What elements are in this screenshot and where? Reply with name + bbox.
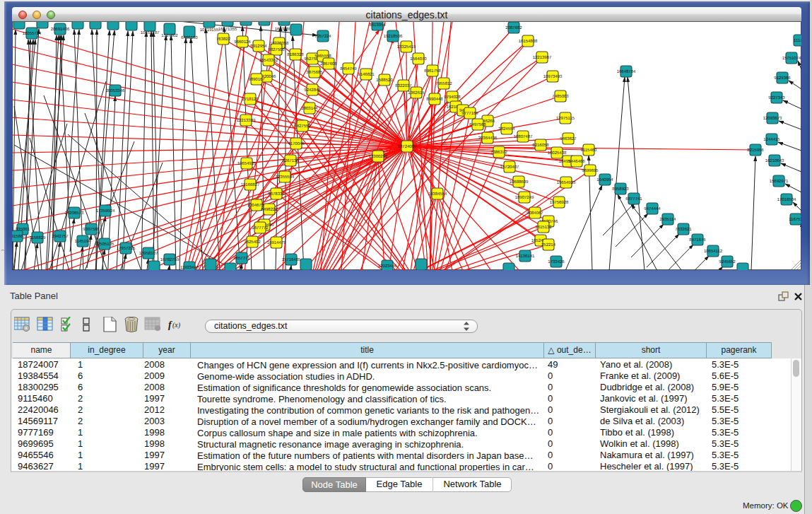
- svg-text:18724007: 18724007: [398, 144, 417, 149]
- svg-text:7625402: 7625402: [244, 240, 261, 245]
- svg-text:9242848: 9242848: [304, 88, 321, 93]
- svg-text:1564070: 1564070: [410, 57, 427, 62]
- svg-text:17016504: 17016504: [777, 197, 796, 202]
- svg-text:8454749: 8454749: [340, 66, 357, 71]
- svg-text:1145194: 1145194: [75, 239, 92, 244]
- svg-text:1156829: 1156829: [30, 235, 47, 240]
- svg-text:9463627: 9463627: [560, 136, 577, 141]
- svg-text:2867608: 2867608: [320, 62, 337, 66]
- svg-text:20206573: 20206573: [65, 211, 84, 216]
- svg-text:8186328: 8186328: [287, 52, 304, 57]
- svg-text:6877741: 6877741: [625, 197, 642, 201]
- svg-text:8322037: 8322037: [395, 83, 412, 88]
- svg-text:9446466: 9446466: [568, 159, 585, 164]
- svg-text:8498222: 8498222: [261, 207, 278, 212]
- svg-text:16154808: 16154808: [519, 39, 538, 44]
- svg-text:16671355: 16671355: [218, 27, 237, 32]
- svg-text:10719155: 10719155: [200, 28, 219, 33]
- svg-text:11923446: 11923446: [180, 265, 199, 270]
- svg-text:16782759: 16782759: [160, 257, 180, 262]
- svg-text:19166827: 19166827: [241, 182, 260, 187]
- svg-text:13325419: 13325419: [397, 45, 416, 49]
- svg-text:20364436: 20364436: [478, 136, 498, 141]
- svg-text:1527602: 1527602: [161, 33, 178, 38]
- svg-text:8427552: 8427552: [294, 124, 311, 129]
- svg-text:1677772: 1677772: [252, 226, 269, 230]
- svg-text:8267130: 8267130: [282, 158, 299, 163]
- svg-text:9657771: 9657771: [233, 256, 250, 261]
- svg-text:7357224: 7357224: [314, 34, 331, 39]
- svg-text:1733426: 1733426: [548, 259, 565, 264]
- svg-text:116753: 116753: [789, 217, 801, 222]
- svg-text:9915667: 9915667: [12, 234, 25, 239]
- svg-text:9115460: 9115460: [581, 148, 598, 153]
- svg-text:19654925: 19654925: [237, 161, 257, 166]
- svg-text:9474444: 9474444: [644, 206, 661, 211]
- svg-text:1244415: 1244415: [763, 137, 780, 142]
- svg-text:9660124: 9660124: [234, 40, 251, 45]
- svg-text:15720407: 15720407: [500, 165, 519, 170]
- svg-text:12093873: 12093873: [763, 116, 782, 121]
- svg-text:2087682: 2087682: [505, 25, 522, 30]
- svg-text:19218506: 19218506: [384, 34, 403, 39]
- svg-text:7955812: 7955812: [435, 81, 452, 86]
- svg-text:12213389: 12213389: [237, 118, 256, 123]
- svg-text:9397588: 9397588: [83, 227, 100, 232]
- svg-text:6961758: 6961758: [424, 69, 441, 74]
- svg-text:10973493: 10973493: [543, 74, 563, 79]
- svg-text:9890167: 9890167: [248, 77, 265, 82]
- svg-text:12213967: 12213967: [533, 55, 552, 60]
- svg-text:10688609: 10688609: [510, 180, 529, 185]
- svg-text:9129366: 9129366: [774, 76, 791, 81]
- svg-text:(x): (x): [172, 321, 181, 329]
- svg-text:9699695: 9699695: [582, 168, 599, 173]
- svg-text:6216058: 6216058: [532, 143, 549, 148]
- svg-text:10958107: 10958107: [139, 251, 158, 256]
- svg-text:9777169: 9777169: [461, 111, 478, 116]
- svg-text:12975115: 12975115: [556, 116, 575, 121]
- svg-text:1640954: 1640954: [596, 177, 613, 182]
- svg-text:14136141: 14136141: [516, 254, 535, 259]
- svg-text:7485003: 7485003: [552, 94, 569, 99]
- svg-text:8471676: 8471676: [689, 238, 706, 243]
- svg-text:10025438: 10025438: [548, 151, 567, 156]
- svg-text:16914479: 16914479: [267, 240, 286, 245]
- svg-text:2942757: 2942757: [52, 234, 69, 239]
- svg-text:3824554: 3824554: [498, 127, 515, 132]
- svg-text:2935114: 2935114: [660, 217, 677, 222]
- svg-text:9146821: 9146821: [358, 72, 375, 77]
- svg-text:3875685: 3875685: [306, 70, 323, 75]
- svg-text:10807487: 10807487: [514, 134, 533, 139]
- svg-text:252214: 252214: [541, 243, 556, 247]
- svg-text:9827500: 9827500: [268, 47, 285, 52]
- svg-text:16210643: 16210643: [765, 158, 784, 163]
- svg-text:15716485: 15716485: [282, 257, 301, 262]
- svg-text:9245652: 9245652: [719, 259, 736, 264]
- svg-text:7632621: 7632621: [675, 227, 692, 232]
- svg-text:9794028: 9794028: [444, 95, 461, 100]
- svg-text:18300295: 18300295: [369, 154, 388, 159]
- svg-text:9227343: 9227343: [768, 95, 785, 100]
- svg-text:17957225: 17957225: [117, 246, 136, 251]
- svg-text:19756928: 19756928: [550, 200, 569, 205]
- svg-text:10654112: 10654112: [704, 249, 723, 254]
- svg-text:7386372: 7386372: [490, 150, 507, 155]
- svg-text:1588520: 1588520: [376, 78, 393, 83]
- svg-text:10653287: 10653287: [141, 30, 160, 35]
- svg-text:12923446: 12923446: [378, 264, 397, 269]
- svg-text:18907249: 18907249: [515, 195, 534, 200]
- svg-text:2718120: 2718120: [242, 97, 259, 102]
- svg-text:6466160: 6466160: [181, 35, 198, 40]
- svg-text:8678334: 8678334: [268, 192, 285, 197]
- svg-text:20691406: 20691406: [51, 27, 70, 32]
- svg-text:4170046: 4170046: [288, 141, 305, 146]
- svg-text:15751074: 15751074: [782, 56, 801, 61]
- svg-text:12355594: 12355594: [276, 175, 295, 180]
- svg-text:1615132: 1615132: [535, 225, 552, 230]
- svg-text:6497568: 6497568: [469, 122, 486, 127]
- svg-text:19384554: 19384554: [428, 192, 447, 197]
- svg-text:9084067: 9084067: [526, 211, 543, 216]
- svg-text:8990448: 8990448: [426, 97, 443, 102]
- svg-text:763822: 763822: [216, 37, 231, 42]
- svg-text:8912954: 8912954: [250, 44, 267, 49]
